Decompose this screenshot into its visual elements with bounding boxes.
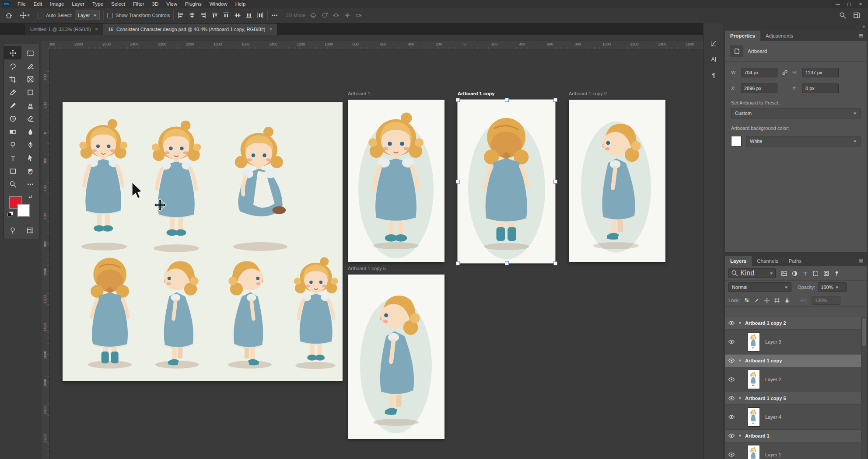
artboard-label[interactable]: Artboard 1 copy 2 xyxy=(569,91,607,96)
layer-row[interactable]: Layer 1 xyxy=(725,442,861,459)
healing-brush-tool[interactable] xyxy=(21,86,39,99)
blur-tool[interactable] xyxy=(21,125,39,138)
gradient-tool[interactable] xyxy=(4,125,21,138)
selection-handle[interactable] xyxy=(456,98,460,102)
paragraph-panel-icon[interactable]: ¶ xyxy=(710,72,717,79)
width-field[interactable]: 704 px xyxy=(741,68,777,77)
shape-layer-filter-icon[interactable] xyxy=(812,270,819,277)
menu-select[interactable]: Select xyxy=(107,0,129,8)
visibility-eye-icon[interactable] xyxy=(725,396,738,401)
menu-plugins[interactable]: Plugins xyxy=(181,0,206,8)
document-tab-1[interactable]: Untitled-1 @ 33.3% (RGB/8)× xyxy=(25,24,103,35)
close-button[interactable]: ✕ xyxy=(856,0,865,7)
artboard-group-row[interactable]: ▼Artboard 1 copy 2 xyxy=(725,317,861,330)
selection-handle[interactable] xyxy=(505,98,509,102)
distribute-bottom-icon[interactable] xyxy=(245,12,252,19)
hand-tool[interactable] xyxy=(21,164,39,177)
pen-tool[interactable] xyxy=(21,138,39,151)
align-left-edges-icon[interactable] xyxy=(177,12,184,19)
artboard-canvas[interactable] xyxy=(348,100,444,262)
close-tab-icon[interactable]: × xyxy=(269,26,272,32)
crop-tool[interactable] xyxy=(4,73,21,86)
ruler-corner[interactable] xyxy=(42,41,50,49)
more-options-icon[interactable] xyxy=(271,12,278,19)
layer-row[interactable]: Layer 3 xyxy=(725,330,861,355)
document-tab-2[interactable]: 16- Consistent Character design.psd @ 40… xyxy=(103,24,277,35)
layers-tab-layers[interactable]: Layers xyxy=(725,256,752,266)
background-color-swatch[interactable] xyxy=(731,136,742,146)
lock-transparent-icon[interactable] xyxy=(744,297,750,303)
visibility-eye-icon[interactable] xyxy=(725,358,738,363)
y-field[interactable]: 0 px xyxy=(802,83,839,93)
eyedropper-tool[interactable] xyxy=(4,86,21,99)
move-tool[interactable] xyxy=(4,46,21,59)
search-icon[interactable] xyxy=(839,12,846,19)
visibility-eye-icon[interactable] xyxy=(725,339,738,344)
pixel-layer-filter-icon[interactable] xyxy=(781,270,788,277)
layer-row[interactable]: Layer 2 xyxy=(725,367,861,392)
layer-filter-dropdown[interactable]: Kind ▼ xyxy=(728,268,776,278)
panel-menu-icon[interactable] xyxy=(858,258,864,264)
lock-position-icon[interactable] xyxy=(764,297,770,303)
lock-artboard-icon[interactable] xyxy=(774,297,780,303)
layer-row[interactable]: Layer 4 xyxy=(725,405,861,430)
artboard-canvas[interactable] xyxy=(458,100,555,263)
default-colors-icon[interactable] xyxy=(7,212,13,216)
horizontal-ruler[interactable]: 3000280026002400220020001800160014001200… xyxy=(49,41,703,49)
preset-dropdown[interactable]: Custom ▼ xyxy=(731,108,861,118)
artboard-label[interactable]: Artboard 1 copy xyxy=(458,91,494,96)
selection-handle[interactable] xyxy=(553,261,557,265)
brush-tool[interactable] xyxy=(4,99,21,112)
menu-layer[interactable]: Layer xyxy=(68,0,88,8)
artboard-label[interactable]: Artboard 1 xyxy=(348,91,370,96)
brush-settings-panel-icon[interactable] xyxy=(710,40,717,47)
menu-view[interactable]: View xyxy=(162,0,181,8)
auto-select-mode-dropdown[interactable]: Layer▼ xyxy=(75,10,100,20)
auto-select-checkbox[interactable] xyxy=(38,13,43,18)
show-transform-checkbox[interactable] xyxy=(107,13,113,18)
opacity-field[interactable]: 100% ▼ xyxy=(818,282,847,292)
layers-scrollbar[interactable] xyxy=(861,317,867,459)
object-selection-tool[interactable] xyxy=(21,59,39,73)
blend-mode-dropdown[interactable]: Normal ▼ xyxy=(728,282,791,292)
properties-tab-adjustments[interactable]: Adjustments xyxy=(760,31,798,41)
collapse-panels-chevron-icon[interactable]: » xyxy=(862,24,865,29)
artboard-group-row[interactable]: ▼Artboard 1 xyxy=(725,430,861,442)
artboard-canvas[interactable] xyxy=(569,100,665,262)
artboard-canvas[interactable] xyxy=(348,275,444,439)
zoom-tool[interactable] xyxy=(4,177,21,191)
path-selection-tool[interactable] xyxy=(21,151,39,164)
menu-filter[interactable]: Filter xyxy=(129,0,148,8)
canvas-area[interactable]: 3000280026002400220020001800160014001200… xyxy=(0,35,703,459)
artboard-label[interactable]: Artboard 1 copy 5 xyxy=(348,266,386,271)
lock-all-icon[interactable] xyxy=(784,297,790,303)
frame-tool[interactable] xyxy=(21,73,39,86)
chevron-down-icon[interactable]: ▼ xyxy=(738,434,745,438)
height-field[interactable]: 1137 px xyxy=(802,68,839,77)
visibility-eye-icon[interactable] xyxy=(725,377,738,382)
menu-3d[interactable]: 3D xyxy=(148,0,163,8)
menu-edit[interactable]: Edit xyxy=(30,0,46,8)
selection-handle[interactable] xyxy=(553,98,557,102)
background-color-dropdown[interactable]: White ▼ xyxy=(746,136,861,146)
marquee-tool[interactable] xyxy=(21,46,39,59)
chevron-down-icon[interactable]: ▼ xyxy=(738,396,745,400)
maximize-button[interactable]: ▢ xyxy=(844,0,854,7)
link-dimensions-icon[interactable] xyxy=(781,69,788,76)
selection-handle[interactable] xyxy=(505,261,509,265)
visibility-eye-icon[interactable] xyxy=(725,414,738,420)
distribute-left-icon[interactable] xyxy=(257,12,264,19)
menu-help[interactable]: Help xyxy=(231,0,250,8)
distribute-top-icon[interactable] xyxy=(223,12,230,19)
close-tab-icon[interactable]: × xyxy=(95,26,98,32)
selection-handle[interactable] xyxy=(456,180,460,184)
panel-menu-icon[interactable] xyxy=(858,33,864,39)
screen-mode-button[interactable] xyxy=(21,224,39,237)
dodge-tool[interactable] xyxy=(4,138,21,151)
visibility-eye-icon[interactable] xyxy=(725,433,738,438)
clone-stamp-tool[interactable] xyxy=(21,99,39,112)
align-right-edges-icon[interactable] xyxy=(200,12,207,19)
background-color-swatch[interactable] xyxy=(17,204,30,217)
properties-tab-properties[interactable]: Properties xyxy=(725,31,760,41)
smart-object-filter-icon[interactable] xyxy=(823,270,830,277)
